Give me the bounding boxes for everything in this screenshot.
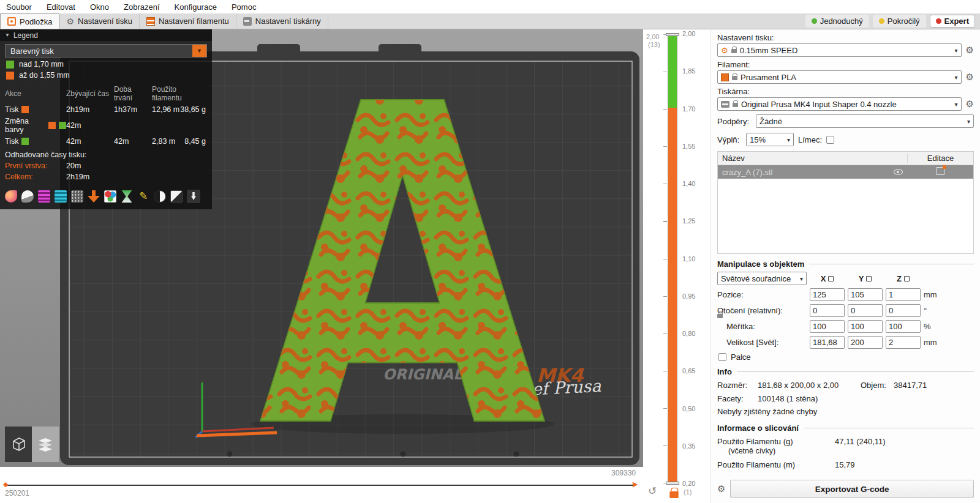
col-nazev: Název	[718, 154, 907, 163]
wireframe-view-icon[interactable]	[170, 190, 183, 203]
tab-label: Nastavení filamentu	[159, 17, 229, 26]
edit-color-icon[interactable]: ✎	[137, 190, 149, 203]
filament-settings-gear-button[interactable]: ⚙	[966, 72, 974, 83]
vslider-lower-handle[interactable]	[666, 482, 679, 485]
chevron-down-icon: ▾	[800, 275, 803, 282]
view-type-select[interactable]: Barevný tisk ▼	[5, 44, 207, 58]
feature-types-icon[interactable]	[38, 190, 50, 203]
tab-podlozka[interactable]: Podložka	[0, 13, 59, 29]
shells-view-icon[interactable]	[154, 190, 166, 203]
scale-y-input[interactable]: 100	[848, 320, 883, 333]
cell-remaining: 2h19m	[66, 105, 114, 114]
model-letter-a[interactable]: A A	[258, 29, 549, 467]
advanced-mode-dot-icon	[879, 18, 884, 24]
vslider-bottom-layer: (1)	[684, 488, 692, 496]
viewport-3d[interactable]: ORIGINAL PRUSA MK4 Josef Prusa A A	[0, 29, 643, 467]
chevron-down-icon: ▾	[955, 47, 958, 54]
col-doba-trvani: Doba trvání	[114, 85, 152, 102]
view-3d-button[interactable]	[5, 427, 32, 462]
mode-pokrocily[interactable]: Pokročilý	[873, 15, 926, 28]
used-g-label: Použito Filamentu (g)	[717, 437, 793, 446]
brim-label: Límec:	[798, 135, 822, 144]
print-settings-gear-button[interactable]: ⚙	[966, 45, 974, 56]
mode-expert[interactable]: Expert	[930, 15, 975, 28]
mode-jednoduchy[interactable]: Jednoduchý	[805, 15, 869, 28]
undo-icon[interactable]: ↺	[648, 485, 657, 497]
dropdown-button[interactable]: ▼	[192, 45, 206, 57]
seams-icon[interactable]	[5, 190, 17, 203]
infill-label: Výplň:	[717, 135, 742, 144]
size-x-input[interactable]: 181,68	[810, 336, 845, 349]
rotation-z-input[interactable]: 0	[886, 304, 921, 317]
vslider-tick-labels: 2,001,85 1,701,55 1,401,25 1,100,95 0,80…	[682, 31, 695, 487]
vslider-upper-handle[interactable]	[666, 33, 679, 36]
view-layers-button[interactable]	[32, 427, 59, 462]
menu-editovat[interactable]: Editovat	[47, 2, 75, 12]
position-x-input[interactable]: 125	[810, 288, 845, 301]
coordinate-system-select[interactable]: Světové souřadnice ▾	[717, 272, 807, 285]
position-y-input[interactable]: 105	[848, 288, 883, 301]
menu-pomoc[interactable]: Pomoc	[232, 2, 256, 12]
view-toolbar: ✎	[0, 182, 212, 204]
filament-settings-icon	[146, 17, 155, 26]
edit-object-icon[interactable]	[937, 167, 944, 175]
place-on-bed-icon[interactable]	[88, 190, 100, 203]
uniform-scale-lock-icon[interactable]	[717, 314, 723, 318]
inches-checkbox[interactable]	[718, 353, 726, 361]
color-print-icon[interactable]	[21, 190, 34, 203]
size-y-input[interactable]: 200	[848, 336, 883, 349]
supports-select[interactable]: Žádné ▾	[756, 114, 974, 128]
eye-icon[interactable]	[894, 169, 903, 175]
scale-label: Měřítka:	[717, 322, 807, 331]
menu-konfigurace[interactable]: Konfigurace	[175, 2, 217, 12]
filament-colors-icon[interactable]	[104, 190, 116, 203]
size-label: Velikost [Svět]:	[717, 338, 807, 347]
export-gcode-button[interactable]: Exportovat G-code	[730, 480, 974, 498]
slider-handle-right[interactable]: ►	[631, 479, 639, 489]
scale-z-input[interactable]: 100	[886, 320, 921, 333]
layer-height-icon[interactable]	[55, 190, 67, 203]
export-view-icon[interactable]	[187, 190, 200, 203]
vertical-layer-slider[interactable]	[668, 34, 677, 483]
lock-handles-icon[interactable]	[669, 491, 678, 498]
size-z-input[interactable]: 2	[886, 336, 921, 349]
cell-used: 12,96 m38,65 g	[152, 105, 207, 114]
hslider-value: 309330	[611, 469, 636, 477]
rotation-y-input[interactable]: 0	[848, 304, 883, 317]
menu-soubor[interactable]: Soubor	[6, 2, 32, 12]
tab-nastaveni-tiskarny[interactable]: Nastavení tiskárny	[236, 13, 328, 29]
hslider-min-value: 250201	[5, 489, 29, 497]
scale-x-input[interactable]: 100	[810, 320, 845, 333]
print-profile-select[interactable]: ⚙ 0.15mm SPEED ▾	[717, 43, 962, 57]
menu-zobrazeni[interactable]: Zobrazení	[124, 2, 160, 12]
position-z-input[interactable]: 1	[886, 288, 921, 301]
horizontal-move-slider[interactable]: ◆ ►	[5, 482, 637, 488]
printer-profile-select[interactable]: Original Prusa MK4 Input Shaper 0.4 nozz…	[717, 97, 962, 111]
slider-track[interactable]	[5, 485, 635, 486]
slider-handle-left[interactable]: ◆	[3, 480, 8, 488]
object-row[interactable]: crazy_A (7).stl	[718, 165, 973, 179]
tab-nastaveni-tisku[interactable]: ⚙ Nastavení tisku	[59, 13, 139, 29]
filament-profile-select[interactable]: Prusament PLA ▾	[717, 70, 962, 84]
rotation-x-input[interactable]: 0	[810, 304, 845, 317]
bed-icon	[7, 17, 16, 26]
export-settings-gear-button[interactable]: ⚙	[717, 483, 725, 494]
legend-header[interactable]: ▼ Legend	[0, 29, 212, 41]
printer-settings-gear-button[interactable]: ⚙	[966, 99, 974, 110]
tab-nastaveni-filamentu[interactable]: Nastavení filamentu	[140, 13, 236, 29]
print-time-icon[interactable]	[121, 190, 133, 203]
manipulation-header: Manipulace s objektem	[717, 259, 974, 269]
export-row: ⚙ Exportovat G-code	[717, 480, 974, 498]
layers-icon	[36, 434, 55, 454]
brim-checkbox[interactable]	[826, 136, 834, 144]
speed-view-icon[interactable]	[71, 190, 83, 203]
infill-select[interactable]: 15% ▾	[746, 133, 794, 146]
info-facets-row: Facety: 100148 (1 stěna)	[717, 394, 974, 403]
mode-label: Pokročilý	[888, 17, 920, 26]
lock-icon	[731, 49, 737, 53]
menu-okno[interactable]: Okno	[90, 2, 109, 12]
printer-settings-icon	[243, 17, 252, 26]
printer-profile-value: Original Prusa MK4 Input Shaper 0.4 nozz…	[741, 100, 952, 109]
supports-value: Žádné	[760, 117, 964, 126]
profile-gear-icon: ⚙	[721, 46, 728, 55]
